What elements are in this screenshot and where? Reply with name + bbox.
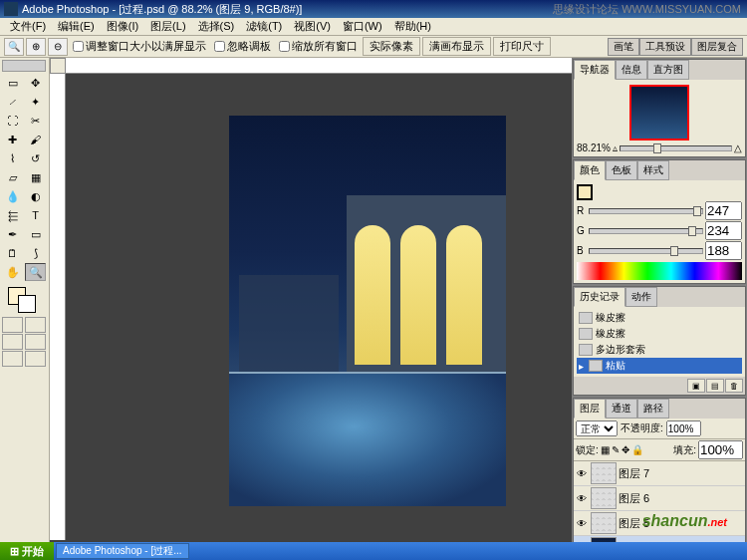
r-slider[interactable] <box>589 208 703 214</box>
zoom-value[interactable]: 88.21% <box>577 142 611 153</box>
zoom-in-button[interactable]: △ <box>734 142 742 153</box>
menu-select[interactable]: 选择(S) <box>192 19 241 34</box>
history-item[interactable]: ▸粘贴 <box>577 358 742 374</box>
menu-help[interactable]: 帮助(H) <box>388 19 437 34</box>
g-input[interactable] <box>705 221 742 240</box>
zoom-in-icon[interactable]: ⊕ <box>26 38 46 56</box>
eraser-tool[interactable]: ▱ <box>2 168 23 186</box>
well-presets[interactable]: 工具预设 <box>639 38 691 56</box>
delete-state-button[interactable]: 🗑 <box>725 379 743 393</box>
tab-paths[interactable]: 路径 <box>637 399 669 419</box>
navigator-thumbnail[interactable] <box>629 85 689 140</box>
r-input[interactable] <box>705 201 742 220</box>
hand-tool[interactable]: ✋ <box>2 263 23 281</box>
print-size-button[interactable]: 打印尺寸 <box>493 37 551 56</box>
visibility-icon[interactable]: 👁 <box>575 491 589 505</box>
standard-mode-button[interactable] <box>2 317 23 333</box>
document-canvas[interactable] <box>229 116 506 506</box>
screen-mode-1[interactable] <box>2 334 23 350</box>
lock-pixels-icon[interactable]: ✎ <box>612 444 620 455</box>
stamp-tool[interactable]: ⌇ <box>2 149 23 167</box>
layer-thumbnail[interactable] <box>591 487 617 509</box>
tab-channels[interactable]: 通道 <box>606 399 637 419</box>
fit-screen-button[interactable]: 满画布显示 <box>422 37 491 56</box>
path-tool[interactable]: ⬱ <box>2 206 23 224</box>
layer-row[interactable]: 👁图层 6 <box>574 486 745 511</box>
imageready-button[interactable] <box>25 351 46 367</box>
heal-tool[interactable]: ✚ <box>2 131 23 148</box>
zoom-slider[interactable] <box>620 145 732 151</box>
well-brushes[interactable]: 画笔 <box>608 38 639 56</box>
visibility-icon[interactable]: 👁 <box>575 466 589 480</box>
actual-pixels-button[interactable]: 实际像素 <box>363 37 420 56</box>
notes-tool[interactable]: 🗒 <box>2 244 23 262</box>
screen-mode-2[interactable] <box>25 334 46 350</box>
ruler-horizontal[interactable] <box>66 58 572 74</box>
quickmask-mode-button[interactable] <box>25 317 46 333</box>
lock-all-icon[interactable]: 🔒 <box>631 444 643 455</box>
start-button[interactable]: ⊞ 开始 <box>0 542 54 560</box>
toolbox-header[interactable] <box>2 60 46 72</box>
move-tool[interactable]: ✥ <box>25 74 46 92</box>
zoom-out-button[interactable]: ▵ <box>613 142 618 153</box>
wand-tool[interactable]: ✦ <box>25 93 46 111</box>
tab-history[interactable]: 历史记录 <box>574 287 625 307</box>
tab-actions[interactable]: 动作 <box>625 287 657 307</box>
shape-tool[interactable]: ▭ <box>25 225 46 243</box>
well-comps[interactable]: 图层复合 <box>691 38 743 56</box>
color-ramp[interactable] <box>577 262 742 280</box>
color-fg-swatch[interactable] <box>577 184 593 200</box>
lasso-tool[interactable]: ⟋ <box>2 93 23 111</box>
background-swatch[interactable] <box>18 295 36 313</box>
tab-navigator[interactable]: 导航器 <box>574 60 616 80</box>
marquee-tool[interactable]: ▭ <box>2 74 23 92</box>
zoom-out-icon[interactable]: ⊖ <box>48 38 68 56</box>
menu-file[interactable]: 文件(F) <box>4 19 52 34</box>
brush-tool[interactable]: 🖌 <box>25 131 46 148</box>
new-snapshot-button[interactable]: ▣ <box>687 379 705 393</box>
type-tool[interactable]: T <box>25 206 46 224</box>
tab-info[interactable]: 信息 <box>616 60 647 80</box>
zoom-tool[interactable]: 🔍 <box>25 263 46 281</box>
layer-thumbnail[interactable] <box>591 512 617 534</box>
g-slider[interactable] <box>589 228 703 234</box>
history-item[interactable]: 橡皮擦 <box>577 310 742 326</box>
menu-filter[interactable]: 滤镜(T) <box>240 19 288 34</box>
menu-view[interactable]: 视图(V) <box>288 19 337 34</box>
slice-tool[interactable]: ✂ <box>25 112 46 130</box>
ignore-panels-check[interactable]: 忽略调板 <box>214 39 271 54</box>
screen-mode-3[interactable] <box>2 351 23 367</box>
layer-name[interactable]: 图层 6 <box>619 491 649 506</box>
zoom-all-check[interactable]: 缩放所有窗口 <box>279 39 358 54</box>
opacity-input[interactable] <box>666 420 701 436</box>
lock-pos-icon[interactable]: ✥ <box>622 444 629 455</box>
gradient-tool[interactable]: ▦ <box>25 168 46 186</box>
layer-row[interactable]: 👁图层 7 <box>574 461 745 486</box>
pen-tool[interactable]: ✒ <box>2 225 23 243</box>
history-brush-tool[interactable]: ↺ <box>25 149 46 167</box>
fill-input[interactable] <box>698 440 743 459</box>
tab-swatches[interactable]: 色板 <box>606 160 637 180</box>
eyedropper-tool[interactable]: ⟆ <box>25 244 46 262</box>
taskbar-item[interactable]: Adobe Photoshop - [过程... <box>56 543 189 559</box>
history-item[interactable]: 橡皮擦 <box>577 326 742 342</box>
new-document-button[interactable]: ▤ <box>706 379 724 393</box>
b-slider[interactable] <box>589 248 703 254</box>
blur-tool[interactable]: 💧 <box>2 187 23 205</box>
tab-histogram[interactable]: 直方图 <box>647 60 689 80</box>
zoom-tool-icon[interactable]: 🔍 <box>4 38 24 56</box>
layer-thumbnail[interactable] <box>591 462 617 484</box>
menu-image[interactable]: 图像(I) <box>101 19 144 34</box>
crop-tool[interactable]: ⛶ <box>2 112 23 130</box>
tab-layers[interactable]: 图层 <box>574 399 606 419</box>
resize-window-check[interactable]: 调整窗口大小以满屏显示 <box>73 39 206 54</box>
visibility-icon[interactable]: 👁 <box>575 516 589 530</box>
history-item[interactable]: 多边形套索 <box>577 342 742 358</box>
menu-window[interactable]: 窗口(W) <box>337 19 388 34</box>
menu-layer[interactable]: 图层(L) <box>144 19 191 34</box>
ruler-vertical[interactable] <box>50 74 66 540</box>
tab-color[interactable]: 颜色 <box>574 160 606 180</box>
tab-styles[interactable]: 样式 <box>637 160 669 180</box>
lock-trans-icon[interactable]: ▦ <box>601 444 610 455</box>
dodge-tool[interactable]: ◐ <box>25 187 46 205</box>
